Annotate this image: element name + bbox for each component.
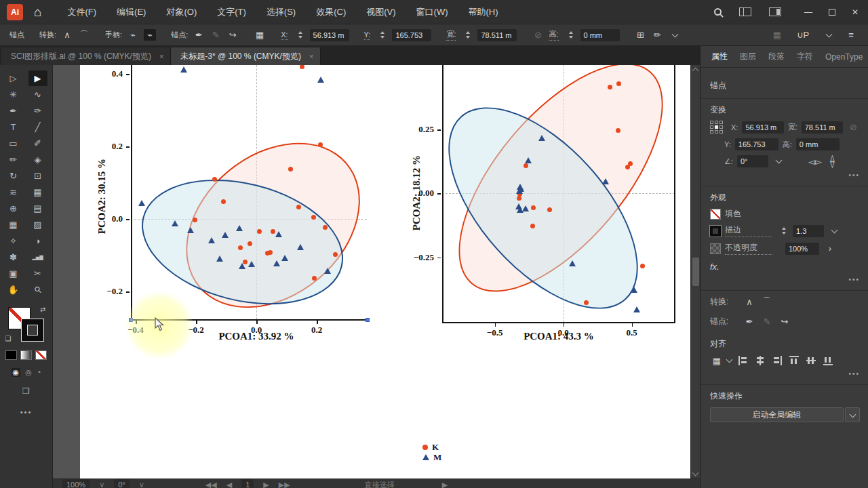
zoom-level[interactable]: 100% bbox=[62, 479, 90, 488]
default-colors-icon[interactable]: ❏ bbox=[5, 335, 12, 342]
height-input[interactable]: 0 mm bbox=[580, 29, 620, 41]
next-artboard-icon[interactable]: ▶ bbox=[263, 479, 269, 488]
align-center-horizontal-icon[interactable] bbox=[755, 355, 766, 366]
x-label[interactable]: X: bbox=[281, 30, 288, 40]
selection-handle[interactable] bbox=[366, 318, 370, 322]
start-global-edit-button[interactable]: 启动全局编辑 bbox=[710, 407, 844, 422]
hide-handles-icon[interactable]: ⌁ bbox=[144, 29, 156, 41]
maximize-button[interactable] bbox=[829, 9, 835, 16]
menu-item-4[interactable]: 选择(S) bbox=[267, 6, 296, 18]
lasso-tool[interactable]: ∿ bbox=[28, 87, 47, 102]
canvas[interactable]: −0.4−0.20.00.20.40.20.0−0.2PCOA1: 33.92 … bbox=[53, 65, 700, 479]
panel-menu-icon[interactable]: ≡ bbox=[845, 30, 857, 40]
width-tool[interactable]: ≋ bbox=[4, 184, 23, 200]
shaper-tool[interactable]: ✏ bbox=[4, 152, 23, 167]
remove-anchor-icon[interactable]: ✎ bbox=[210, 30, 222, 40]
menu-item-2[interactable]: 对象(O) bbox=[166, 6, 197, 18]
height-label[interactable]: 高: bbox=[549, 29, 558, 41]
connect-path-icon[interactable]: ↪ bbox=[778, 317, 791, 327]
close-tab-icon[interactable]: × bbox=[309, 52, 313, 60]
menu-item-0[interactable]: 文件(F) bbox=[67, 6, 96, 18]
convert-corner-icon[interactable]: ∧ bbox=[743, 297, 756, 307]
close-tab-icon[interactable]: × bbox=[159, 52, 163, 60]
width-stepper[interactable] bbox=[466, 31, 470, 39]
selection-tool[interactable]: ▶ bbox=[28, 70, 47, 86]
draw-behind-button[interactable]: ◎ bbox=[25, 368, 32, 377]
swap-colors-icon[interactable]: ⇄ bbox=[40, 306, 45, 313]
chevron-down-icon[interactable]: ∨ bbox=[139, 479, 144, 488]
menu-item-5[interactable]: 效果(C) bbox=[316, 6, 346, 18]
scrollbar-thumb[interactable] bbox=[692, 258, 699, 286]
add-anchor-icon[interactable]: ✒ bbox=[743, 317, 756, 327]
document-tab-1[interactable]: 未标题-3* @ 100 % (CMYK/预览)× bbox=[171, 47, 321, 65]
opacity-input[interactable]: 100% bbox=[785, 243, 819, 255]
free-transform-tool[interactable]: ▦ bbox=[28, 184, 47, 200]
rectangle-tool[interactable]: ▭ bbox=[4, 136, 23, 151]
height-stepper[interactable] bbox=[569, 31, 573, 39]
more-tools-button[interactable]: ••• bbox=[20, 408, 33, 416]
panel-tab-0[interactable]: 属性 bbox=[711, 51, 728, 62]
reference-point-icon[interactable] bbox=[710, 121, 723, 134]
add-anchor-icon[interactable]: ✒ bbox=[193, 30, 205, 40]
menu-item-8[interactable]: 帮助(H) bbox=[469, 6, 498, 18]
angle-input[interactable]: 0° bbox=[737, 155, 768, 167]
height-input[interactable]: 0 mm bbox=[796, 138, 840, 150]
opacity-swatch[interactable] bbox=[710, 243, 721, 254]
eyedropper-tool[interactable]: ✧ bbox=[4, 233, 23, 249]
chevron-down-icon[interactable] bbox=[671, 30, 678, 37]
chevron-down-icon[interactable] bbox=[726, 357, 733, 363]
scale-tool[interactable]: ⊡ bbox=[28, 168, 47, 184]
y-input[interactable]: 165.753 bbox=[392, 29, 431, 41]
app-logo-icon[interactable]: Ai bbox=[7, 4, 23, 20]
document-tab-0[interactable]: SCI图形排版.ai @ 100 % (CMYK/预览)× bbox=[1, 47, 171, 65]
panel-tab-2[interactable]: 段落 bbox=[768, 51, 785, 62]
width-label[interactable]: 宽: bbox=[446, 29, 456, 41]
isolate-selection-icon[interactable]: ▦ bbox=[254, 30, 266, 40]
align-right-icon[interactable] bbox=[772, 355, 783, 366]
pen-tool[interactable]: ✒ bbox=[4, 103, 23, 119]
link-dimensions-icon[interactable]: ⊘ bbox=[532, 30, 544, 40]
rotate-tool[interactable]: ↻ bbox=[4, 168, 23, 184]
show-handles-icon[interactable]: ⌁ bbox=[127, 30, 139, 40]
menu-item-1[interactable]: 编辑(E) bbox=[117, 6, 146, 18]
snap-options-icon[interactable]: ∪P bbox=[797, 30, 809, 40]
effects-button[interactable]: fx. bbox=[710, 262, 860, 272]
artboard-number[interactable]: 1 bbox=[241, 479, 254, 488]
gradient-mode-button[interactable] bbox=[20, 350, 32, 360]
search-icon[interactable] bbox=[714, 8, 722, 16]
menu-item-3[interactable]: 文字(T) bbox=[217, 6, 246, 18]
blend-tool[interactable]: ◑ bbox=[28, 233, 47, 249]
gradient-tool[interactable]: ▨ bbox=[28, 217, 47, 232]
hand-tool[interactable]: ✋ bbox=[4, 282, 23, 298]
y-stepper[interactable] bbox=[380, 31, 384, 39]
stroke-label[interactable]: 描边 bbox=[725, 224, 772, 237]
paintbrush-tool[interactable]: ✐ bbox=[28, 136, 47, 151]
curvature-tool[interactable]: ✑ bbox=[28, 103, 47, 119]
remove-anchor-icon[interactable]: ✎ bbox=[760, 317, 774, 327]
magic-wand-tool[interactable]: ✳ bbox=[4, 87, 23, 102]
draw-normal-button[interactable]: ◉ bbox=[12, 368, 21, 377]
color-mode-button[interactable] bbox=[5, 350, 17, 360]
eraser-tool[interactable]: ◈ bbox=[28, 152, 47, 167]
panel-tab-4[interactable]: OpenType bbox=[825, 52, 863, 62]
align-bottom-icon[interactable] bbox=[823, 355, 833, 366]
artboard-tool[interactable]: ▣ bbox=[4, 266, 23, 281]
perspective-grid-tool[interactable]: ▤ bbox=[28, 201, 47, 216]
fill-label[interactable]: 填色 bbox=[725, 208, 776, 220]
panel-tab-1[interactable]: 图层 bbox=[740, 51, 756, 62]
align-top-icon[interactable] bbox=[789, 355, 800, 366]
convert-corner-icon[interactable]: ∧ bbox=[61, 30, 73, 40]
rotation-value[interactable]: 0° bbox=[114, 479, 130, 488]
align-left-icon[interactable] bbox=[738, 355, 749, 366]
chevron-down-icon[interactable] bbox=[826, 30, 833, 37]
width-input[interactable]: 78.511 m bbox=[477, 29, 517, 41]
fill-swatch[interactable] bbox=[710, 209, 721, 220]
menu-item-7[interactable]: 窗口(W) bbox=[416, 6, 448, 18]
scroll-down-icon[interactable] bbox=[692, 470, 699, 476]
chevron-down-icon[interactable]: ∨ bbox=[99, 479, 104, 488]
opacity-options-icon[interactable]: › bbox=[823, 243, 837, 253]
panel-tab-3[interactable]: 字符 bbox=[797, 51, 813, 62]
x-input[interactable]: 56.913 m bbox=[742, 121, 783, 134]
convert-smooth-icon[interactable]: ⌒ bbox=[760, 296, 774, 308]
type-tool[interactable]: T bbox=[4, 119, 23, 135]
